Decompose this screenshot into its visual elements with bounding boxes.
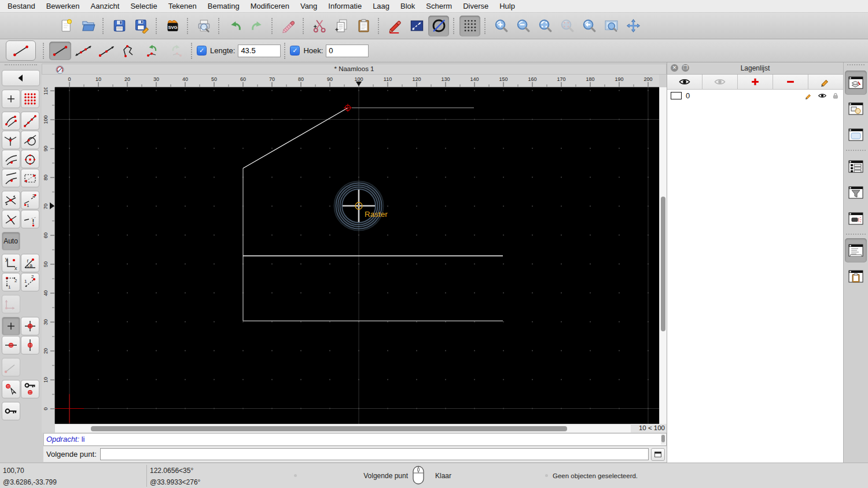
paste-button[interactable] xyxy=(353,16,374,36)
menu-blok[interactable]: Blok xyxy=(400,2,415,10)
restrict-horizontal-button[interactable] xyxy=(2,336,20,354)
menu-modificeren[interactable]: Modificeren xyxy=(251,2,289,10)
menu-hulp[interactable]: Hulp xyxy=(499,2,515,10)
construction-circle-button[interactable] xyxy=(428,16,449,36)
snap-tangent-button[interactable] xyxy=(21,131,39,149)
snap-perpendicular-button[interactable] xyxy=(2,131,20,149)
selection-filter-toggle-button[interactable] xyxy=(845,180,867,205)
spotlight-toggle-button[interactable] xyxy=(845,206,867,231)
draw-order-button[interactable] xyxy=(384,16,405,36)
restrict-vertical-button[interactable] xyxy=(21,336,39,354)
document-titlebar[interactable]: * Naamloos 1 xyxy=(42,64,667,75)
line-ray-button[interactable] xyxy=(95,42,117,60)
line-two-points-button[interactable] xyxy=(49,42,71,60)
edit-layer-icon[interactable] xyxy=(804,92,814,99)
property-editor-toggle-button[interactable] xyxy=(845,154,867,179)
redo-button[interactable] xyxy=(247,16,267,36)
line-infinite-button[interactable] xyxy=(72,42,94,60)
coordinate-cartesian-button[interactable]: yx xyxy=(2,254,20,272)
snap-intersection-manual-button[interactable]: ! xyxy=(21,210,39,228)
collapse-button[interactable] xyxy=(2,70,40,86)
snap-middle-button[interactable] xyxy=(2,150,20,168)
snap-endpoints-button[interactable] xyxy=(2,112,20,130)
relative-polar-button[interactable]: 12 xyxy=(21,273,39,291)
save-as-button[interactable] xyxy=(131,16,152,36)
cut-button[interactable] xyxy=(309,16,330,36)
svg-export-button[interactable]: SVG xyxy=(162,16,183,36)
menu-vang[interactable]: Vang xyxy=(300,2,317,10)
remove-layer-button[interactable] xyxy=(773,75,808,89)
block-list-toggle-button[interactable] xyxy=(845,97,867,121)
snap-grid-button[interactable] xyxy=(21,90,39,108)
horizontal-scrollbar-thumb[interactable] xyxy=(91,426,567,431)
open-file-button[interactable] xyxy=(78,16,98,36)
coordinate-polar-button[interactable]: ra xyxy=(21,254,39,272)
polyline-button[interactable] xyxy=(119,42,141,60)
zoom-in-button[interactable] xyxy=(491,16,512,36)
layer-list-toggle-button[interactable] xyxy=(845,71,867,95)
menu-scherm[interactable]: Scherm xyxy=(426,2,452,10)
zoom-window-button[interactable] xyxy=(601,16,621,36)
command-history[interactable]: Opdracht: li xyxy=(43,433,667,446)
library-browser-toggle-button[interactable] xyxy=(845,123,867,147)
restrict-off-button[interactable] xyxy=(2,317,20,335)
hide-all-layers-button[interactable] xyxy=(703,75,738,89)
dock-drag-handle[interactable] xyxy=(5,64,37,68)
clipboard-toggle-button[interactable] xyxy=(845,264,867,289)
layer-row[interactable]: 0 xyxy=(667,90,843,102)
menu-selectie[interactable]: Selectie xyxy=(130,2,157,10)
ortho-mode-button[interactable] xyxy=(406,16,427,36)
snap-free-button[interactable] xyxy=(2,90,20,108)
undo-segment-button[interactable] xyxy=(142,42,164,60)
relative-cartesian-button[interactable]: 12 xyxy=(2,273,20,291)
save-button[interactable] xyxy=(109,16,130,36)
vertical-scrollbar[interactable] xyxy=(659,87,667,424)
menu-informatie[interactable]: Informatie xyxy=(328,2,362,10)
restrict-both-button[interactable] xyxy=(21,317,39,335)
dock-drag-handle[interactable] xyxy=(847,64,865,68)
lock-relative-zero-button[interactable] xyxy=(21,380,39,398)
vertical-scrollbar-thumb[interactable] xyxy=(661,197,665,331)
menu-aanzicht[interactable]: Aanzicht xyxy=(91,2,120,10)
drawing-canvas[interactable]: Raster xyxy=(55,87,659,424)
panel-titlebar[interactable]: ✕ ❐ Lagenlijst xyxy=(667,62,843,75)
menu-bestand[interactable]: Bestand xyxy=(8,2,35,10)
snap-intersection-12-button[interactable]: 12 xyxy=(21,191,39,209)
snap-center-button[interactable] xyxy=(21,150,39,168)
lock-position-button[interactable] xyxy=(2,402,20,420)
undo-button[interactable] xyxy=(225,16,245,36)
snap-auto-button[interactable]: Auto xyxy=(2,232,20,250)
current-tool-indicator[interactable] xyxy=(6,40,36,61)
new-document-button[interactable] xyxy=(56,16,76,36)
pan-button[interactable] xyxy=(623,16,643,36)
set-relative-zero-button[interactable] xyxy=(2,380,20,398)
add-layer-button[interactable] xyxy=(738,75,773,89)
command-line-toggle-button[interactable] xyxy=(845,238,867,263)
snap-distance-button[interactable] xyxy=(2,169,20,187)
print-preview-button[interactable] xyxy=(193,16,214,36)
show-all-layers-button[interactable] xyxy=(667,75,703,89)
angle-input[interactable] xyxy=(326,45,369,57)
menu-tekenen[interactable]: Tekenen xyxy=(168,2,197,10)
delete-button[interactable] xyxy=(278,16,299,36)
snap-intersection-auto-button[interactable] xyxy=(2,191,20,209)
horizontal-scrollbar[interactable] xyxy=(55,424,631,432)
snap-intersection-button[interactable] xyxy=(2,210,20,228)
menu-laag[interactable]: Laag xyxy=(373,2,389,10)
auto-zoom-button[interactable] xyxy=(535,16,556,36)
expand-command-window-button[interactable] xyxy=(651,448,665,461)
zoom-out-button[interactable] xyxy=(513,16,534,36)
layer-visible-icon[interactable] xyxy=(818,92,827,99)
length-checkbox[interactable]: ✓ xyxy=(197,46,207,56)
copy-button[interactable] xyxy=(331,16,352,36)
angle-checkbox[interactable]: ✓ xyxy=(290,46,300,56)
menu-bemating[interactable]: Bemating xyxy=(208,2,240,10)
snap-reference-button[interactable] xyxy=(21,169,39,187)
menu-diverse[interactable]: Diverse xyxy=(463,2,488,10)
snap-on-entity-button[interactable] xyxy=(21,112,39,130)
length-input[interactable] xyxy=(238,45,281,57)
layer-color-swatch[interactable] xyxy=(671,92,682,99)
history-scrollbar[interactable] xyxy=(661,434,665,445)
command-input[interactable] xyxy=(100,448,649,460)
edit-layer-button[interactable] xyxy=(808,75,843,89)
